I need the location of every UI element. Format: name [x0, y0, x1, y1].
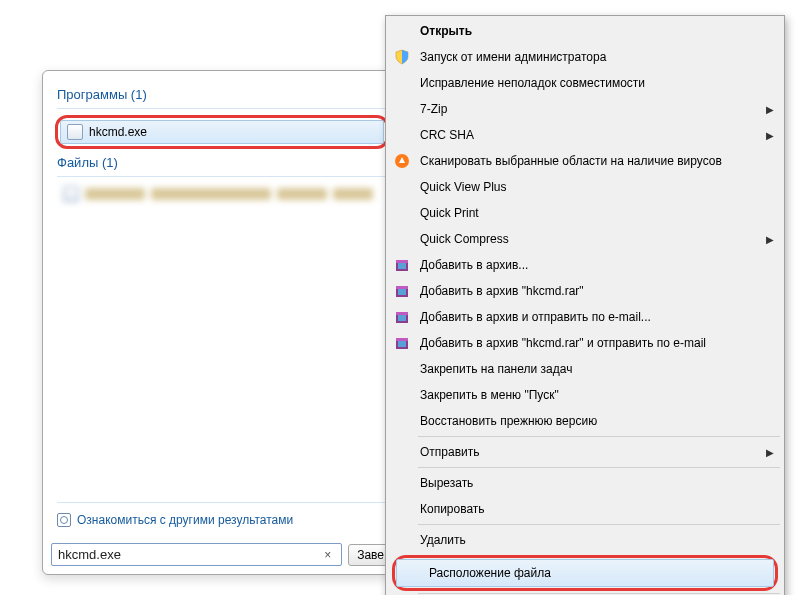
- menu-delete[interactable]: Удалить: [388, 527, 782, 553]
- blank-icon: [390, 178, 414, 196]
- svg-rect-3: [398, 263, 406, 269]
- menu-run-as-admin[interactable]: Запуск от имени администратора: [388, 44, 782, 70]
- menu-quick-print[interactable]: Quick Print: [388, 200, 782, 226]
- more-results-link[interactable]: Ознакомиться с другими результатами: [51, 507, 393, 533]
- svg-rect-12: [398, 341, 406, 347]
- search-row: × Заве: [51, 543, 393, 566]
- blank-icon: [390, 74, 414, 92]
- menu-quick-view[interactable]: Quick View Plus: [388, 174, 782, 200]
- blank-icon: [399, 564, 423, 582]
- menu-separator: [418, 524, 780, 525]
- menu-scan-virus[interactable]: Сканировать выбранные области на наличие…: [388, 148, 782, 174]
- shield-icon: [390, 48, 414, 66]
- svg-rect-5: [396, 286, 408, 289]
- svg-rect-11: [396, 338, 408, 341]
- search-box[interactable]: ×: [51, 543, 342, 566]
- menu-restore-version[interactable]: Восстановить прежнюю версию: [388, 408, 782, 434]
- rar-icon: [390, 308, 414, 326]
- blank-icon: [390, 500, 414, 518]
- menu-cut[interactable]: Вырезать: [388, 470, 782, 496]
- highlight-frame: hkcmd.exe: [55, 115, 389, 149]
- divider: [57, 108, 387, 109]
- chevron-right-icon: ▶: [766, 104, 774, 115]
- blurred-file-result[interactable]: [57, 183, 387, 205]
- menu-crc-sha[interactable]: CRC SHA ▶: [388, 122, 782, 148]
- menu-separator: [418, 593, 780, 594]
- menu-separator: [418, 467, 780, 468]
- app-icon: [67, 124, 83, 140]
- rar-icon: [390, 256, 414, 274]
- search-results-panel: Программы (1) hkcmd.exe Файлы (1) Ознако…: [42, 70, 402, 575]
- menu-send-to[interactable]: Отправить ▶: [388, 439, 782, 465]
- blank-icon: [390, 443, 414, 461]
- menu-pin-start[interactable]: Закрепить в меню "Пуск": [388, 382, 782, 408]
- menu-file-location[interactable]: Расположение файла: [396, 559, 774, 587]
- blank-icon: [390, 204, 414, 222]
- group-header-files: Файлы (1): [57, 155, 387, 170]
- blank-icon: [390, 100, 414, 118]
- blank-icon: [390, 412, 414, 430]
- menu-archive-send-email[interactable]: Добавить в архив и отправить по e-mail..…: [388, 304, 782, 330]
- menu-7zip[interactable]: 7-Zip ▶: [388, 96, 782, 122]
- file-icon: [63, 186, 79, 202]
- menu-archive-named-send-email[interactable]: Добавить в архив "hkcmd.rar" и отправить…: [388, 330, 782, 356]
- blank-icon: [390, 474, 414, 492]
- blank-icon: [390, 22, 414, 40]
- menu-copy[interactable]: Копировать: [388, 496, 782, 522]
- blank-icon: [390, 126, 414, 144]
- blank-icon: [390, 230, 414, 248]
- chevron-right-icon: ▶: [766, 447, 774, 458]
- menu-troubleshoot[interactable]: Исправление неполадок совместимости: [388, 70, 782, 96]
- search-icon: [57, 513, 71, 527]
- chevron-right-icon: ▶: [766, 234, 774, 245]
- svg-rect-6: [398, 289, 406, 295]
- menu-pin-taskbar[interactable]: Закрепить на панели задач: [388, 356, 782, 382]
- svg-rect-8: [396, 312, 408, 315]
- menu-open[interactable]: Открыть: [388, 18, 782, 44]
- divider: [57, 176, 387, 177]
- more-results-label: Ознакомиться с другими результатами: [77, 513, 293, 527]
- svg-rect-2: [396, 260, 408, 263]
- rar-icon: [390, 282, 414, 300]
- divider: [57, 502, 387, 503]
- menu-add-archive-named[interactable]: Добавить в архив "hkcmd.rar": [388, 278, 782, 304]
- group-header-programs: Программы (1): [57, 87, 387, 102]
- rar-icon: [390, 334, 414, 352]
- search-input[interactable]: [58, 547, 320, 562]
- menu-quick-compress[interactable]: Quick Compress ▶: [388, 226, 782, 252]
- blank-icon: [390, 531, 414, 549]
- chevron-right-icon: ▶: [766, 130, 774, 141]
- highlight-frame: Расположение файла: [392, 555, 778, 591]
- blank-icon: [390, 360, 414, 378]
- search-result-hkcmd[interactable]: hkcmd.exe: [60, 120, 384, 144]
- menu-separator: [418, 436, 780, 437]
- context-menu: Открыть Запуск от имени администратора И…: [385, 15, 785, 595]
- result-label: hkcmd.exe: [89, 125, 147, 139]
- menu-add-archive[interactable]: Добавить в архив...: [388, 252, 782, 278]
- clear-search-icon[interactable]: ×: [320, 548, 335, 562]
- avast-icon: [390, 152, 414, 170]
- svg-rect-9: [398, 315, 406, 321]
- blank-icon: [390, 386, 414, 404]
